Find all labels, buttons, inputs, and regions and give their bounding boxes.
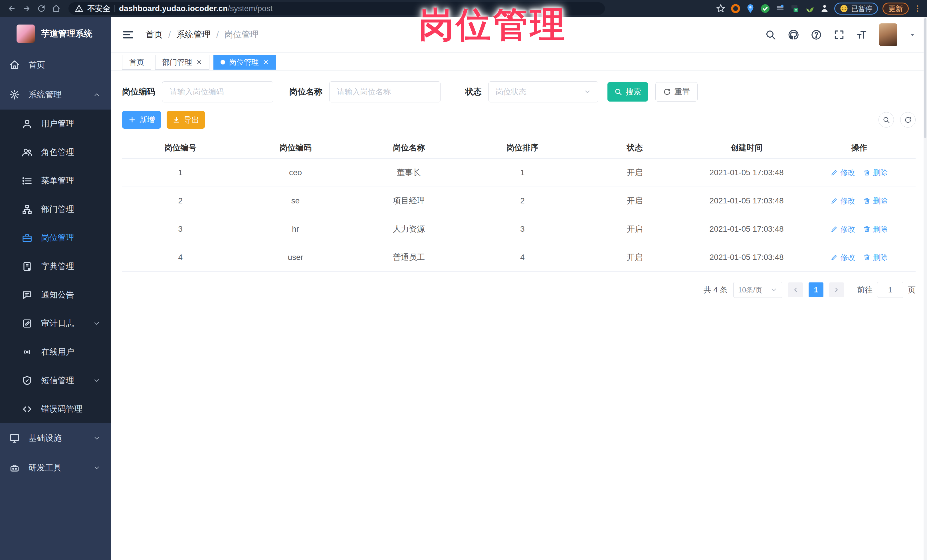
- dev-tools-icon: [9, 463, 20, 473]
- sidebar-item-dept-management[interactable]: 部门管理: [0, 195, 111, 224]
- edit-link[interactable]: 修改: [831, 224, 855, 234]
- chevron-down-icon: [93, 320, 100, 327]
- edit-link[interactable]: 修改: [831, 196, 855, 206]
- sidebar-item-dev-tools[interactable]: 研发工具: [0, 453, 111, 483]
- close-icon[interactable]: [263, 59, 269, 65]
- home-icon: [9, 60, 20, 70]
- gray-keyboard-extension-icon[interactable]: [775, 3, 785, 14]
- trash-icon: [863, 197, 871, 205]
- sidebar-item-online-users[interactable]: 在线用户: [0, 338, 111, 366]
- browser-update-button[interactable]: 更新: [883, 3, 909, 15]
- sidebar-item-label: 菜单管理: [41, 175, 74, 187]
- browser-reload-icon[interactable]: [35, 2, 48, 15]
- user-icon: [22, 118, 32, 129]
- goto-page-input[interactable]: [877, 282, 903, 298]
- avatar[interactable]: [879, 23, 897, 46]
- browser-menu-dots-icon[interactable]: [913, 4, 922, 13]
- refresh-icon: [663, 88, 671, 96]
- tab-post-management[interactable]: 岗位管理: [213, 55, 276, 70]
- close-icon[interactable]: [196, 59, 202, 65]
- sidebar-item-post-management[interactable]: 岗位管理: [0, 224, 111, 252]
- table-header-row: 岗位编号 岗位编码 岗位名称 岗位排序 状态 创建时间 操作: [122, 137, 916, 159]
- breadcrumb-item-home[interactable]: 首页: [146, 29, 163, 41]
- sidebar-item-infrastructure[interactable]: 基础设施: [0, 423, 111, 453]
- sidebar-item-user-management[interactable]: 用户管理: [0, 109, 111, 138]
- sidebar-toggle-icon[interactable]: [122, 29, 134, 41]
- github-icon[interactable]: [788, 29, 799, 41]
- cell-post-sort: 4: [466, 253, 579, 262]
- delete-label: 删除: [873, 224, 887, 234]
- cell-status: 开启: [579, 167, 690, 178]
- sidebar-item-system-management[interactable]: 系统管理: [0, 80, 111, 109]
- next-page-button[interactable]: [829, 282, 844, 297]
- help-icon[interactable]: [811, 29, 822, 41]
- tab-home[interactable]: 首页: [122, 55, 151, 70]
- audit-log-icon: [22, 318, 32, 329]
- toggle-search-button[interactable]: [878, 112, 894, 127]
- edit-link[interactable]: 修改: [831, 252, 855, 263]
- blue-pin-extension-icon[interactable]: [745, 3, 755, 14]
- col-post-sort: 岗位排序: [466, 143, 579, 153]
- font-size-icon[interactable]: [856, 29, 868, 41]
- delete-link[interactable]: 删除: [863, 224, 887, 234]
- active-tab-dot: [220, 60, 225, 64]
- current-page-button[interactable]: 1: [808, 282, 824, 297]
- edit-link[interactable]: 修改: [831, 168, 855, 178]
- page-size-select[interactable]: 10条/页: [733, 282, 782, 298]
- tab-dept-management[interactable]: 部门管理: [155, 55, 210, 70]
- chevron-down-icon: [770, 286, 778, 294]
- search-icon[interactable]: [765, 29, 777, 41]
- delete-link[interactable]: 删除: [863, 196, 887, 206]
- delete-link[interactable]: 删除: [863, 168, 887, 178]
- chevron-up-icon: [93, 91, 100, 99]
- org-tree-icon: [22, 204, 32, 215]
- orange-ring-extension-icon[interactable]: [730, 3, 741, 14]
- sidebar-item-label: 研发工具: [29, 462, 62, 473]
- refresh-table-button[interactable]: [900, 112, 916, 127]
- delete-link[interactable]: 删除: [863, 252, 887, 263]
- search-button[interactable]: 搜索: [608, 82, 648, 102]
- scrollbar-thumb[interactable]: [924, 18, 926, 138]
- cell-post-name: 董事长: [352, 167, 466, 178]
- trash-icon: [863, 225, 871, 233]
- browser-back-icon[interactable]: [5, 2, 18, 15]
- breadcrumb-item-post: 岗位管理: [225, 29, 259, 41]
- green-card-extension-icon[interactable]: [790, 3, 800, 14]
- prev-page-button[interactable]: [788, 282, 803, 297]
- sidebar-item-audit-log[interactable]: 审计日志: [0, 309, 111, 338]
- reset-button[interactable]: 重置: [655, 82, 698, 102]
- browser-forward-icon[interactable]: [20, 2, 33, 15]
- cell-actions: 修改 删除: [803, 196, 916, 206]
- extension-paused-badge[interactable]: 已暂停: [834, 3, 878, 15]
- sidebar-item-menu-management[interactable]: 菜单管理: [0, 167, 111, 195]
- sidebar-item-notice[interactable]: 通知公告: [0, 281, 111, 309]
- sidebar-item-error-code[interactable]: 错误码管理: [0, 395, 111, 423]
- bookmark-star-icon[interactable]: [716, 3, 726, 14]
- caret-down-icon[interactable]: [909, 31, 916, 38]
- browser-home-icon[interactable]: [50, 2, 63, 15]
- trash-icon: [863, 169, 871, 176]
- green-check-extension-icon[interactable]: [760, 3, 770, 14]
- page-scrollbar[interactable]: [924, 17, 927, 560]
- table-row: 1 ceo 董事长 1 开启 2021-01-05 17:03:48 修改 删除: [122, 159, 916, 187]
- green-sprout-extension-icon[interactable]: [805, 3, 815, 14]
- pagination: 共 4 条 10条/页 1 前往 页: [111, 282, 916, 298]
- download-icon: [172, 116, 180, 124]
- menu-list-icon: [22, 175, 32, 186]
- sidebar-item-home[interactable]: 首页: [0, 50, 111, 80]
- breadcrumb-separator: /: [168, 30, 171, 39]
- export-button[interactable]: 导出: [167, 111, 205, 129]
- add-button[interactable]: 新增: [122, 111, 161, 129]
- sidebar-item-role-management[interactable]: 角色管理: [0, 138, 111, 167]
- post-name-input[interactable]: [329, 81, 441, 102]
- post-code-input[interactable]: [162, 81, 274, 102]
- sidebar-item-sms-management[interactable]: 短信管理: [0, 366, 111, 395]
- fullscreen-icon[interactable]: [833, 29, 845, 41]
- breadcrumb-item-system[interactable]: 系统管理: [176, 29, 211, 41]
- sidebar-item-dict-management[interactable]: 字典管理: [0, 252, 111, 281]
- edit-label: 修改: [840, 252, 855, 263]
- status-select[interactable]: 岗位状态: [488, 81, 598, 102]
- post-name-label: 岗位名称: [289, 86, 322, 97]
- white-puzzle-extension-icon[interactable]: [819, 3, 830, 14]
- main-content: 岗位编码 岗位名称 状态 岗位状态 搜索 重置: [111, 70, 927, 560]
